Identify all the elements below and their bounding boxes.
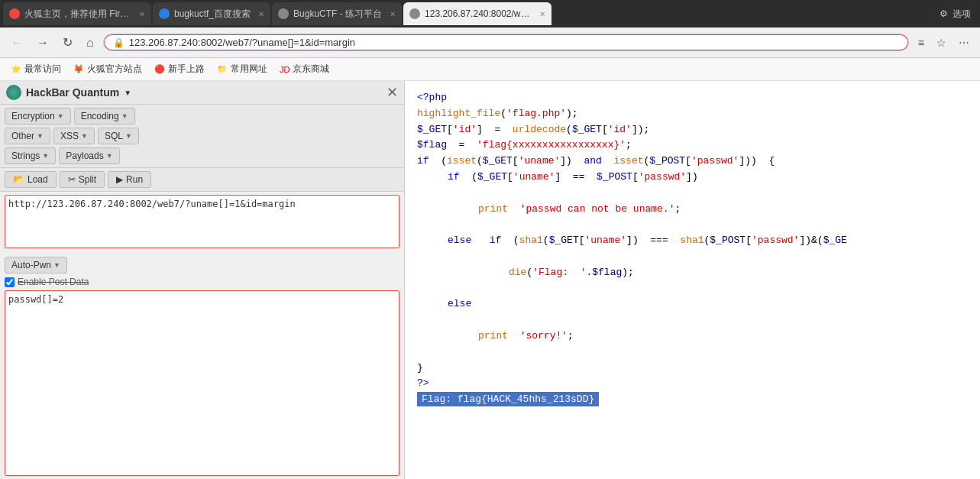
code-line-15 [417,312,968,329]
post-data-textarea[interactable] [5,290,399,476]
bookmark-star[interactable]: ☆ [932,35,951,50]
payloads-label: Payloads [66,150,103,161]
bookmark-label: 新手上路 [168,63,205,76]
tab-close-icon[interactable]: ✕ [258,10,264,18]
tab-label: 123.206.87.240:8002/web7/ [425,8,532,19]
bookmark-label: 最常访问 [24,63,61,76]
code-panel: <?php highlight_file('flag.php'); $_GET[… [405,81,980,479]
strings-arrow-icon: ▼ [42,152,49,160]
toolbar-row-3: Strings ▼ Payloads ▼ [5,147,399,164]
enable-post-row: Enable Post Data [5,277,399,287]
tab-close-icon[interactable]: ✕ [539,10,545,18]
bookmark-firefox[interactable]: 🦊 火狐官方站点 [69,61,147,77]
xss-label: XSS [60,131,79,141]
firefox-icon: 🦊 [73,64,84,74]
payloads-dropdown[interactable]: Payloads ▼ [59,147,119,164]
tab-label: BugkuCTF - 练习平台 [293,8,382,21]
toolbar-row-2: Other ▼ XSS ▼ SQL ▼ [5,128,399,144]
hackbar-close-button[interactable]: ✕ [387,84,398,101]
xss-arrow-icon: ▼ [81,132,88,140]
auto-pwn-row: Auto-Pwn ▼ [5,257,399,273]
encryption-dropdown[interactable]: Encryption ▼ [5,108,71,125]
code-line-3: $_GET['id'] = urldecode($_GET['id']); [417,122,968,138]
code-line-14: else [417,296,968,312]
encoding-arrow-icon: ▼ [121,112,128,120]
code-line-9 [417,217,968,233]
bookmark-label: 火狐官方站点 [87,63,142,76]
more-options[interactable]: ⋯ [954,35,974,50]
encryption-label: Encryption [11,111,55,121]
bookmark-label: 常用网址 [231,63,267,76]
sql-dropdown[interactable]: SQL ▼ [98,128,139,144]
tab-close-icon[interactable]: ✕ [139,10,145,18]
code-line-13 [417,281,968,297]
code-line-7 [417,186,968,202]
hackbar-logo-icon [6,85,21,100]
code-line-6: if ($_GET['uname'] == $_POST['passwd']) [417,170,968,186]
hackbar-url-textarea[interactable] [5,195,399,248]
home-button[interactable]: ⌂ [82,34,99,51]
bookmark-jd[interactable]: JD 京东商城 [275,61,334,77]
bookmark-common[interactable]: 📁 常用网址 [212,61,272,77]
load-button[interactable]: 📂 Load [5,171,57,188]
code-line-5: if (isset($_GET['uname']) and isset($_PO… [417,154,968,170]
code-line-17 [417,345,968,361]
load-icon: 📂 [13,174,24,185]
bookmark-frequent[interactable]: ⭐ 最常访问 [6,61,66,77]
tab-bugku-search[interactable]: bugkuctf_百度搜索 ✕ [153,2,270,25]
back-button[interactable]: ← [6,34,27,51]
reload-button[interactable]: ↻ [58,34,77,51]
browser-window: 火狐主页，推荐使用 Firefox ✕ bugkuctf_百度搜索 ✕ Bugk… [0,0,980,479]
tab-firefox-home[interactable]: 火狐主页，推荐使用 Firefox ✕ [3,2,151,25]
run-button[interactable]: ▶ Run [108,171,151,188]
split-icon: ✂ [68,174,76,185]
hamburger-menu[interactable]: ≡ [914,35,929,50]
strings-dropdown[interactable]: Strings ▼ [5,147,56,164]
navigation-bar: ← → ↻ ⌂ 🔒 ≡ ☆ ⋯ [0,28,980,58]
forward-button[interactable]: → [32,34,53,51]
split-label: Split [79,174,96,185]
other-label: Other [11,131,34,141]
tab-label: bugkuctf_百度搜索 [174,8,251,21]
code-line-4: $flag = 'flag{xxxxxxxxxxxxxxxxx}'; [417,138,968,154]
code-line-1: <?php [417,90,968,106]
settings-tab[interactable]: ⚙ 选项 [933,8,977,21]
code-line-flag: Flag: flag{HACK_45hhs_213sDD} [417,392,968,408]
bookmark-label: 京东商城 [293,63,329,76]
encoding-dropdown[interactable]: Encoding ▼ [74,108,135,125]
gear-icon: ⚙ [940,8,948,19]
run-label: Run [126,174,143,185]
url-input[interactable] [129,37,899,48]
split-button[interactable]: ✂ Split [60,171,105,188]
jd-icon: JD [280,65,289,74]
auto-pwn-arrow-icon: ▼ [53,261,60,269]
code-line-19: ?> [417,376,968,392]
flag-output: Flag: flag{HACK_45hhs_213sDD} [417,392,599,406]
load-label: Load [27,174,48,185]
hackbar-title: HackBar Quantum ▼ [6,85,131,100]
bookmark-newbie[interactable]: 🔴 新手上路 [150,61,209,77]
hackbar-title-text: HackBar Quantum [26,86,119,99]
tab-web7[interactable]: 123.206.87.240:8002/web7/ ✕ [403,2,551,25]
hackbar-header: HackBar Quantum ▼ ✕ [0,81,404,105]
other-arrow-icon: ▼ [37,132,44,140]
strings-label: Strings [11,150,40,161]
enable-post-label: Enable Post Data [18,277,89,287]
sql-arrow-icon: ▼ [125,132,132,140]
auto-pwn-dropdown[interactable]: Auto-Pwn ▼ [5,257,67,273]
hackbar-panel: HackBar Quantum ▼ ✕ Encryption ▼ Encodin… [0,81,405,479]
auto-pwn-label: Auto-Pwn [11,260,51,270]
tab-bugku-ctf[interactable]: BugkuCTF - 练习平台 ✕ [272,2,402,25]
hackbar-actions: 📂 Load ✂ Split ▶ Run [0,168,404,192]
xss-dropdown[interactable]: XSS ▼ [53,128,95,144]
other-dropdown[interactable]: Other ▼ [5,128,50,144]
toolbar-row-1: Encryption ▼ Encoding ▼ [5,108,399,125]
tab-favicon [278,8,289,19]
frequent-icon: ⭐ [11,64,21,74]
tab-close-icon[interactable]: ✕ [390,10,396,18]
tab-favicon [9,8,20,19]
hackbar-chevron-icon: ▼ [124,89,131,97]
code-line-10: else if (sha1($_GET['uname']) === sha1($… [417,233,968,249]
bookmarks-bar: ⭐ 最常访问 🦊 火狐官方站点 🔴 新手上路 📁 常用网址 JD 京东商城 [0,58,980,81]
enable-post-checkbox[interactable] [5,277,15,287]
